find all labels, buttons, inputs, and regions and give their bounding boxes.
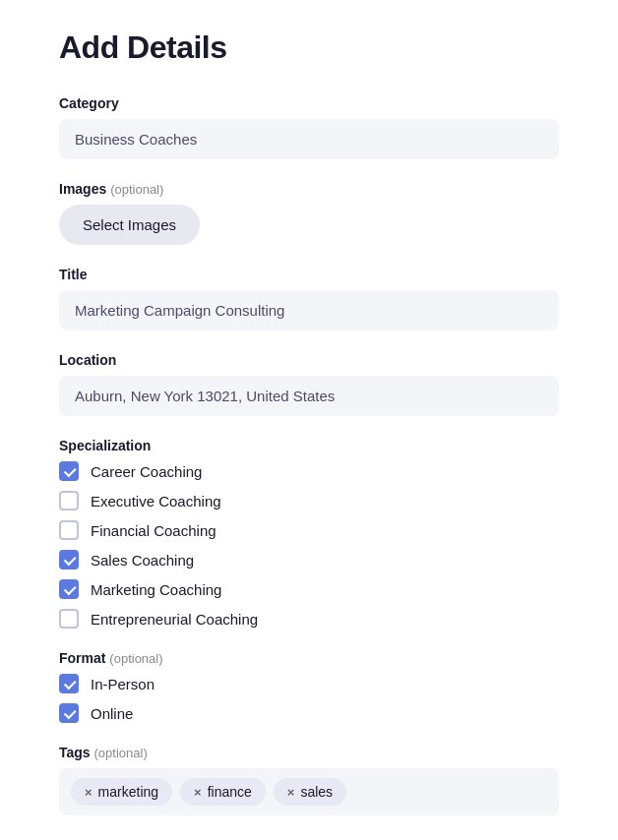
checkbox-format-label-in-person: In-Person [91, 676, 154, 692]
category-label: Category [59, 95, 559, 111]
checkbox-financial-coaching[interactable] [59, 520, 79, 540]
format-item-online[interactable]: Online [59, 703, 559, 723]
checkbox-marketing-coaching[interactable] [59, 579, 79, 599]
checkbox-label-financial-coaching: Financial Coaching [91, 522, 216, 539]
tags-label: Tags (optional) [59, 745, 559, 760]
specialization-list: Career CoachingExecutive CoachingFinanci… [59, 461, 559, 629]
format-field: Format (optional) In-PersonOnline [59, 650, 559, 723]
checkbox-label-executive-coaching: Executive Coaching [91, 493, 221, 510]
checkbox-format-in-person[interactable] [59, 674, 79, 693]
location-input[interactable] [59, 376, 559, 416]
page-title: Add Details [59, 30, 559, 66]
title-input[interactable] [59, 290, 559, 330]
images-field: Images (optional) Select Images [59, 181, 559, 245]
checkbox-format-label-online: Online [91, 705, 133, 722]
checkbox-label-entrepreneurial-coaching: Entrepreneurial Coaching [91, 611, 258, 628]
tag-label-marketing: marketing [98, 784, 158, 800]
checkbox-executive-coaching[interactable] [59, 491, 79, 510]
location-label: Location [59, 352, 559, 368]
format-item-in-person[interactable]: In-Person [59, 674, 559, 693]
checkbox-entrepreneurial-coaching[interactable] [59, 609, 79, 629]
tag-remove-marketing[interactable]: × [85, 785, 93, 800]
checkbox-sales-coaching[interactable] [59, 550, 79, 570]
specialization-item-entrepreneurial-coaching[interactable]: Entrepreneurial Coaching [59, 609, 559, 629]
specialization-item-executive-coaching[interactable]: Executive Coaching [59, 491, 559, 510]
checkbox-label-marketing-coaching: Marketing Coaching [91, 581, 221, 598]
format-list: In-PersonOnline [59, 674, 559, 723]
format-label: Format (optional) [59, 650, 559, 666]
tags-field: Tags (optional) ×marketing×finance×sales [59, 745, 559, 815]
location-field: Location [59, 352, 559, 416]
tag-label-sales: sales [300, 784, 333, 800]
checkbox-format-online[interactable] [59, 703, 79, 723]
images-label: Images (optional) [59, 181, 559, 197]
category-field: Category [59, 95, 559, 159]
title-label: Title [59, 267, 559, 282]
specialization-item-sales-coaching[interactable]: Sales Coaching [59, 550, 559, 570]
specialization-field: Specialization Career CoachingExecutive … [59, 438, 559, 629]
checkbox-career-coaching[interactable] [59, 461, 79, 481]
select-images-button[interactable]: Select Images [59, 205, 200, 245]
tag-label-finance: finance [208, 784, 252, 800]
tag-marketing: ×marketing [71, 778, 172, 806]
specialization-item-financial-coaching[interactable]: Financial Coaching [59, 520, 559, 540]
checkbox-label-career-coaching: Career Coaching [91, 463, 202, 480]
tag-remove-finance[interactable]: × [194, 785, 202, 800]
category-input[interactable] [59, 119, 559, 159]
tag-sales: ×sales [274, 778, 346, 806]
tag-remove-sales[interactable]: × [287, 785, 295, 800]
specialization-item-career-coaching[interactable]: Career Coaching [59, 461, 559, 481]
specialization-label: Specialization [59, 438, 559, 453]
title-field: Title [59, 267, 559, 330]
specialization-item-marketing-coaching[interactable]: Marketing Coaching [59, 579, 559, 599]
tags-container[interactable]: ×marketing×finance×sales [59, 768, 559, 815]
tag-finance: ×finance [180, 778, 266, 806]
checkbox-label-sales-coaching: Sales Coaching [91, 552, 194, 569]
